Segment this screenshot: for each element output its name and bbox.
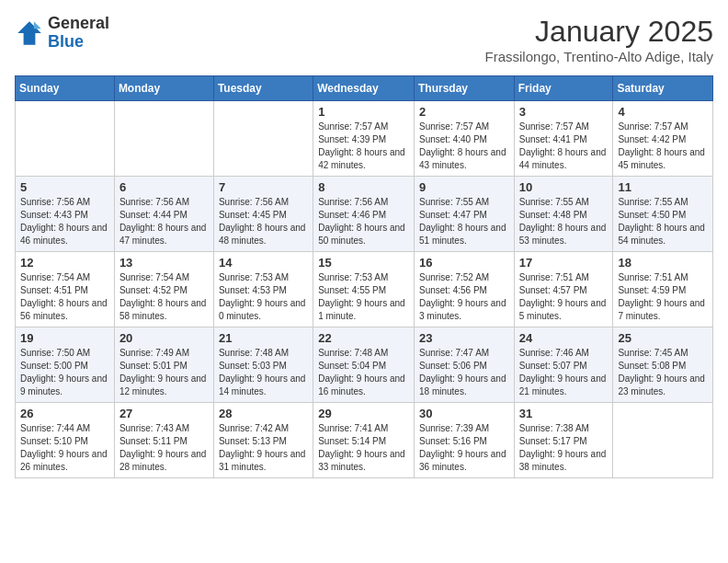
calendar-cell: 6Sunrise: 7:56 AM Sunset: 4:44 PM Daylig… (114, 177, 213, 252)
day-info: Sunrise: 7:41 AM Sunset: 5:14 PM Dayligh… (318, 422, 409, 474)
day-number: 1 (318, 105, 409, 119)
day-info: Sunrise: 7:53 AM Sunset: 4:53 PM Dayligh… (219, 271, 308, 323)
day-info: Sunrise: 7:43 AM Sunset: 5:11 PM Dayligh… (119, 422, 209, 474)
calendar-cell: 2Sunrise: 7:57 AM Sunset: 4:40 PM Daylig… (414, 101, 514, 177)
day-number: 24 (519, 331, 609, 345)
calendar-header: SundayMondayTuesdayWednesdayThursdayFrid… (16, 76, 713, 101)
day-number: 26 (20, 407, 109, 420)
calendar-cell: 23Sunrise: 7:47 AM Sunset: 5:06 PM Dayli… (414, 327, 514, 403)
day-info: Sunrise: 7:39 AM Sunset: 5:16 PM Dayligh… (419, 422, 509, 474)
day-number: 22 (318, 331, 409, 345)
day-number: 27 (119, 407, 209, 420)
day-info: Sunrise: 7:56 AM Sunset: 4:45 PM Dayligh… (219, 196, 308, 247)
header-day-saturday: Saturday (613, 76, 713, 101)
calendar-cell: 25Sunrise: 7:45 AM Sunset: 5:08 PM Dayli… (613, 327, 713, 403)
day-info: Sunrise: 7:38 AM Sunset: 5:17 PM Dayligh… (519, 422, 609, 474)
calendar-cell: 1Sunrise: 7:57 AM Sunset: 4:39 PM Daylig… (313, 101, 415, 177)
calendar-cell: 28Sunrise: 7:42 AM Sunset: 5:13 PM Dayli… (213, 403, 313, 478)
calendar-week-5: 26Sunrise: 7:44 AM Sunset: 5:10 PM Dayli… (16, 403, 713, 478)
day-info: Sunrise: 7:42 AM Sunset: 5:13 PM Dayligh… (219, 422, 308, 474)
calendar-subtitle: Frassilongo, Trentino-Alto Adige, Italy (485, 49, 713, 64)
header-day-monday: Monday (114, 76, 213, 101)
title-section: January 2025 Frassilongo, Trentino-Alto … (485, 15, 713, 64)
day-number: 29 (318, 407, 409, 420)
calendar-cell: 16Sunrise: 7:52 AM Sunset: 4:56 PM Dayli… (414, 252, 514, 327)
day-info: Sunrise: 7:48 AM Sunset: 5:04 PM Dayligh… (318, 347, 409, 398)
day-number: 2 (419, 105, 509, 119)
calendar-title: January 2025 (485, 15, 713, 49)
day-info: Sunrise: 7:54 AM Sunset: 4:51 PM Dayligh… (20, 271, 109, 323)
calendar-cell: 22Sunrise: 7:48 AM Sunset: 5:04 PM Dayli… (313, 327, 415, 403)
calendar-cell: 19Sunrise: 7:50 AM Sunset: 5:00 PM Dayli… (16, 327, 115, 403)
day-number: 6 (119, 180, 209, 194)
day-info: Sunrise: 7:47 AM Sunset: 5:06 PM Dayligh… (419, 347, 509, 398)
day-number: 20 (119, 331, 209, 345)
calendar-cell: 24Sunrise: 7:46 AM Sunset: 5:07 PM Dayli… (514, 327, 613, 403)
logo: General Blue (15, 15, 109, 52)
logo-general-text: General (48, 14, 109, 32)
day-number: 17 (519, 256, 609, 270)
day-info: Sunrise: 7:49 AM Sunset: 5:01 PM Dayligh… (119, 347, 209, 398)
day-number: 14 (219, 256, 308, 270)
calendar-table: SundayMondayTuesdayWednesdayThursdayFrid… (15, 75, 713, 478)
day-info: Sunrise: 7:56 AM Sunset: 4:44 PM Dayligh… (119, 196, 209, 247)
calendar-cell: 15Sunrise: 7:53 AM Sunset: 4:55 PM Dayli… (313, 252, 415, 327)
header-day-sunday: Sunday (16, 76, 115, 101)
calendar-cell: 27Sunrise: 7:43 AM Sunset: 5:11 PM Dayli… (114, 403, 213, 478)
calendar-cell: 26Sunrise: 7:44 AM Sunset: 5:10 PM Dayli… (16, 403, 115, 478)
calendar-week-4: 19Sunrise: 7:50 AM Sunset: 5:00 PM Dayli… (16, 327, 713, 403)
calendar-week-1: 1Sunrise: 7:57 AM Sunset: 4:39 PM Daylig… (16, 101, 713, 177)
day-number: 11 (618, 180, 708, 194)
header-day-thursday: Thursday (414, 76, 514, 101)
day-number: 25 (618, 331, 708, 345)
day-number: 7 (219, 180, 308, 194)
calendar-cell: 10Sunrise: 7:55 AM Sunset: 4:48 PM Dayli… (514, 177, 613, 252)
calendar-cell: 7Sunrise: 7:56 AM Sunset: 4:45 PM Daylig… (213, 177, 313, 252)
calendar-cell: 11Sunrise: 7:55 AM Sunset: 4:50 PM Dayli… (613, 177, 713, 252)
day-info: Sunrise: 7:57 AM Sunset: 4:39 PM Dayligh… (318, 121, 409, 172)
calendar-cell: 5Sunrise: 7:56 AM Sunset: 4:43 PM Daylig… (16, 177, 115, 252)
calendar-cell: 13Sunrise: 7:54 AM Sunset: 4:52 PM Dayli… (114, 252, 213, 327)
calendar-cell: 3Sunrise: 7:57 AM Sunset: 4:41 PM Daylig… (514, 101, 613, 177)
calendar-cell: 12Sunrise: 7:54 AM Sunset: 4:51 PM Dayli… (16, 252, 115, 327)
day-info: Sunrise: 7:56 AM Sunset: 4:43 PM Dayligh… (20, 196, 109, 247)
logo-icon (15, 18, 44, 48)
calendar-body: 1Sunrise: 7:57 AM Sunset: 4:39 PM Daylig… (16, 101, 713, 478)
day-info: Sunrise: 7:57 AM Sunset: 4:40 PM Dayligh… (419, 121, 509, 172)
day-info: Sunrise: 7:54 AM Sunset: 4:52 PM Dayligh… (119, 271, 209, 323)
header-row: SundayMondayTuesdayWednesdayThursdayFrid… (16, 76, 713, 101)
day-number: 31 (519, 407, 609, 420)
day-info: Sunrise: 7:55 AM Sunset: 4:50 PM Dayligh… (618, 196, 708, 247)
day-number: 21 (219, 331, 308, 345)
calendar-cell: 9Sunrise: 7:55 AM Sunset: 4:47 PM Daylig… (414, 177, 514, 252)
calendar-cell: 29Sunrise: 7:41 AM Sunset: 5:14 PM Dayli… (313, 403, 415, 478)
day-number: 12 (20, 256, 109, 270)
calendar-cell: 8Sunrise: 7:56 AM Sunset: 4:46 PM Daylig… (313, 177, 415, 252)
calendar-cell: 17Sunrise: 7:51 AM Sunset: 4:57 PM Dayli… (514, 252, 613, 327)
calendar-cell (16, 101, 115, 177)
day-info: Sunrise: 7:55 AM Sunset: 4:47 PM Dayligh… (419, 196, 509, 247)
header-day-tuesday: Tuesday (213, 76, 313, 101)
day-number: 16 (419, 256, 509, 270)
calendar-week-3: 12Sunrise: 7:54 AM Sunset: 4:51 PM Dayli… (16, 252, 713, 327)
day-info: Sunrise: 7:50 AM Sunset: 5:00 PM Dayligh… (20, 347, 109, 398)
day-number: 30 (419, 407, 509, 420)
calendar-cell: 4Sunrise: 7:57 AM Sunset: 4:42 PM Daylig… (613, 101, 713, 177)
calendar-cell: 21Sunrise: 7:48 AM Sunset: 5:03 PM Dayli… (213, 327, 313, 403)
day-info: Sunrise: 7:48 AM Sunset: 5:03 PM Dayligh… (219, 347, 308, 398)
svg-marker-0 (17, 21, 41, 45)
calendar-cell: 31Sunrise: 7:38 AM Sunset: 5:17 PM Dayli… (514, 403, 613, 478)
calendar-week-2: 5Sunrise: 7:56 AM Sunset: 4:43 PM Daylig… (16, 177, 713, 252)
day-number: 4 (618, 105, 708, 119)
header-day-friday: Friday (514, 76, 613, 101)
day-info: Sunrise: 7:52 AM Sunset: 4:56 PM Dayligh… (419, 271, 509, 323)
day-number: 5 (20, 180, 109, 194)
calendar-cell: 20Sunrise: 7:49 AM Sunset: 5:01 PM Dayli… (114, 327, 213, 403)
day-number: 15 (318, 256, 409, 270)
day-number: 10 (519, 180, 609, 194)
calendar-cell (114, 101, 213, 177)
day-info: Sunrise: 7:51 AM Sunset: 4:59 PM Dayligh… (618, 271, 708, 323)
calendar-cell: 14Sunrise: 7:53 AM Sunset: 4:53 PM Dayli… (213, 252, 313, 327)
logo-blue-text: Blue (48, 32, 84, 51)
header-day-wednesday: Wednesday (313, 76, 415, 101)
